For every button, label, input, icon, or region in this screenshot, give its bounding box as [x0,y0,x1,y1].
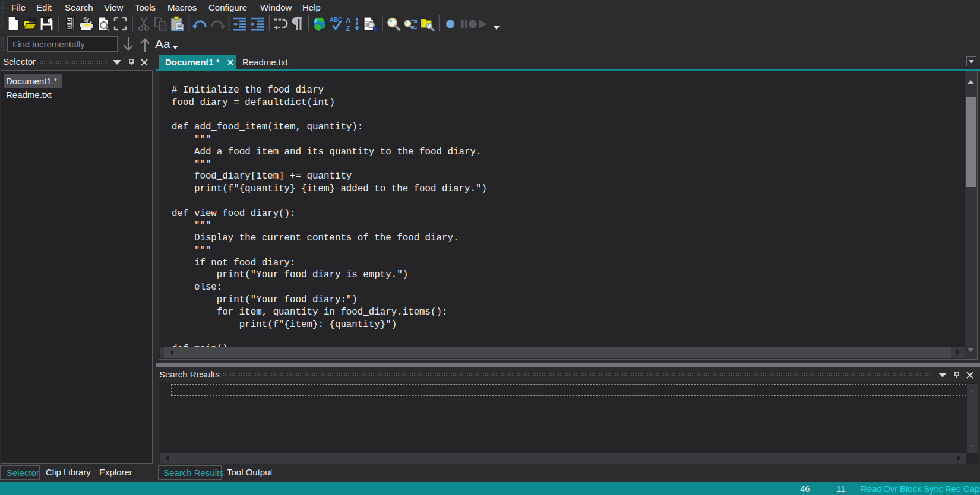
svg-text:Z: Z [346,24,351,33]
